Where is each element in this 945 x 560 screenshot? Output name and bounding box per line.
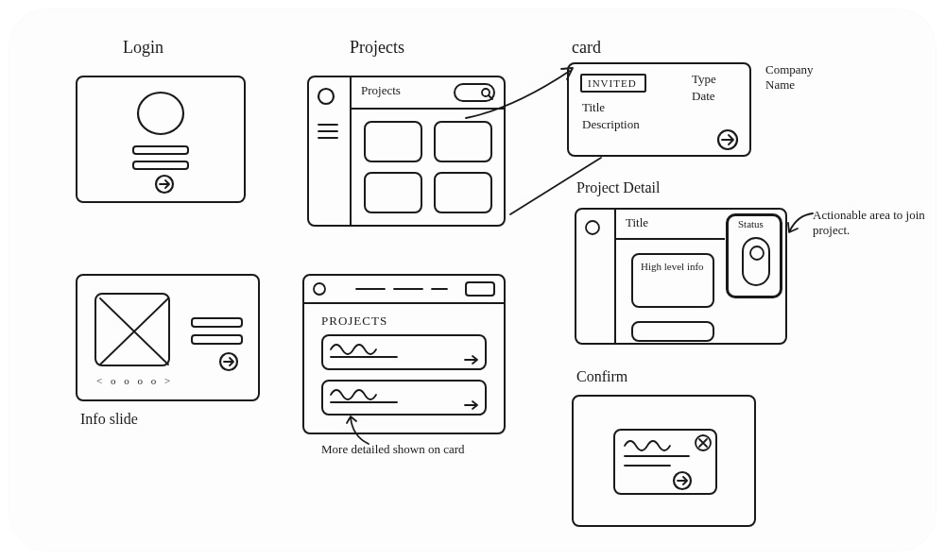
project-detail-frame: Title High level info Status xyxy=(575,208,787,345)
card-date: Date xyxy=(692,89,715,104)
card-title: Title xyxy=(582,100,605,115)
pager-dots[interactable]: < o o o o > xyxy=(96,375,173,386)
info-slide-frame: < o o o o > xyxy=(76,274,260,401)
menu-icon[interactable] xyxy=(318,123,341,142)
actionable-note: Actionable area to join project. xyxy=(813,208,926,239)
toolbar xyxy=(304,276,506,304)
login-frame xyxy=(76,76,246,203)
login-label: Login xyxy=(123,38,163,58)
arrow-right-icon[interactable] xyxy=(217,351,244,372)
info-panel: High level info xyxy=(631,253,714,308)
confirm-frame xyxy=(572,395,756,527)
close-icon[interactable] xyxy=(695,434,713,453)
card-label: card xyxy=(572,38,601,58)
wireframe-sheet: Login < o o o o > Info slide Projects xyxy=(9,9,936,551)
confirm-label: Confirm xyxy=(576,368,627,385)
arrow-right-icon xyxy=(465,400,482,412)
projects-label: Projects xyxy=(350,38,404,58)
arrow-annotation xyxy=(786,208,816,236)
svg-point-3 xyxy=(318,89,334,104)
sidebar xyxy=(576,210,616,345)
arrow-annotation xyxy=(345,416,373,449)
info-field-2[interactable] xyxy=(191,334,243,345)
company-name-label: Company Name xyxy=(765,62,841,93)
info-field-1[interactable] xyxy=(191,317,243,328)
arrow-right-icon[interactable] xyxy=(672,470,696,493)
svg-point-5 xyxy=(314,283,325,295)
card-type: Type xyxy=(692,72,716,87)
projects-header: Projects xyxy=(361,83,401,98)
login-field-2[interactable] xyxy=(132,161,189,170)
arrow-right-icon[interactable] xyxy=(716,128,743,153)
project-card[interactable] xyxy=(434,172,492,213)
project-row[interactable] xyxy=(321,334,487,370)
svg-point-0 xyxy=(138,93,183,134)
project-detail-label: Project Detail xyxy=(576,179,660,196)
invited-badge: INVITED xyxy=(580,74,646,93)
arrow-right-icon xyxy=(465,355,482,366)
status-panel[interactable]: Status xyxy=(726,213,782,298)
detail-header: Title xyxy=(616,210,725,240)
card-description: Description xyxy=(582,117,640,132)
svg-point-7 xyxy=(586,221,599,234)
arrow-right-icon[interactable] xyxy=(153,174,180,195)
projects-list-frame: PROJECTS xyxy=(302,274,506,434)
status-toggle[interactable] xyxy=(742,237,770,286)
section xyxy=(631,321,714,342)
card-frame: INVITED Type Date Title Description xyxy=(567,62,751,157)
toolbar-button[interactable] xyxy=(465,281,495,297)
sidebar xyxy=(309,77,352,227)
project-card[interactable] xyxy=(364,172,422,213)
login-field-1[interactable] xyxy=(132,145,189,155)
projects-list-header: PROJECTS xyxy=(321,314,387,329)
info-slide-label: Info slide xyxy=(80,411,138,428)
confirm-card xyxy=(613,429,717,495)
info-image xyxy=(94,293,170,366)
project-card[interactable] xyxy=(364,121,422,162)
flow-arrow xyxy=(461,61,584,127)
project-row[interactable] xyxy=(321,380,487,416)
svg-point-8 xyxy=(750,246,764,260)
